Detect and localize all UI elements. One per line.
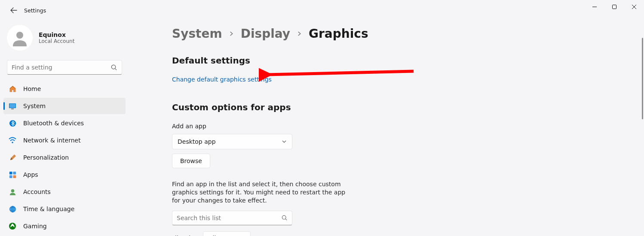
app-list-search[interactable] — [172, 211, 292, 225]
gaming-icon — [9, 222, 16, 230]
close-button[interactable] — [624, 0, 644, 14]
app-list-search-input[interactable] — [177, 215, 282, 221]
user-subtitle: Local Account — [39, 38, 74, 44]
apps-icon — [9, 171, 16, 179]
svg-point-11 — [12, 142, 13, 143]
sidebar-item-system[interactable]: System — [3, 98, 126, 114]
svg-line-6 — [115, 68, 117, 70]
sidebar-item-gaming[interactable]: Gaming — [3, 218, 126, 234]
sidebar-item-apps[interactable]: Apps — [3, 166, 126, 183]
svg-point-16 — [11, 189, 14, 192]
sidebar-item-bluetooth[interactable]: Bluetooth & devices — [3, 115, 126, 131]
filter-select[interactable]: All apps — [203, 231, 251, 236]
user-name: Equinox — [39, 31, 74, 38]
helper-text: Find an app in the list and select it, t… — [172, 180, 353, 205]
svg-line-21 — [285, 219, 287, 220]
sidebar-item-label: Apps — [23, 171, 38, 178]
content-area: System Display Graphics Default settings… — [129, 21, 644, 236]
svg-rect-12 — [9, 171, 12, 174]
sidebar-item-time[interactable]: Time & language — [3, 201, 126, 217]
sidebar-item-label: System — [23, 103, 46, 109]
svg-rect-1 — [613, 5, 616, 9]
section-title-custom: Custom options for apps — [172, 102, 627, 112]
back-arrow-icon — [10, 7, 17, 14]
maximize-icon — [612, 5, 616, 9]
avatar — [7, 25, 33, 51]
filter-row: Filter by: All apps — [172, 231, 627, 236]
section-title-default: Default settings — [172, 55, 627, 66]
browse-button[interactable]: Browse — [172, 154, 210, 168]
svg-rect-9 — [11, 109, 14, 109]
minimize-button[interactable] — [585, 0, 604, 14]
home-icon — [9, 85, 16, 93]
app-title: Settings — [24, 7, 46, 14]
network-icon — [9, 136, 16, 144]
back-button[interactable] — [5, 2, 22, 19]
breadcrumb-display[interactable]: Display — [241, 27, 290, 41]
titlebar: Settings — [0, 0, 644, 21]
sidebar-item-accounts[interactable]: Accounts — [3, 184, 126, 200]
search-icon — [282, 215, 288, 221]
add-app-label: Add an app — [172, 123, 627, 130]
chevron-down-icon — [282, 139, 287, 144]
personalization-icon — [9, 154, 16, 161]
sidebar-item-label: Network & internet — [23, 137, 81, 144]
svg-rect-13 — [13, 171, 16, 174]
avatar-icon — [11, 29, 28, 46]
time-icon — [9, 205, 16, 213]
sidebar-item-label: Home — [23, 85, 41, 92]
bluetooth-icon — [9, 119, 16, 127]
sidebar-item-label: Gaming — [23, 223, 47, 230]
search-input[interactable] — [12, 64, 111, 71]
select-value: Desktop app — [178, 138, 216, 145]
sidebar-item-personalization[interactable]: Personalization — [3, 149, 126, 166]
minimize-icon — [592, 5, 597, 9]
sidebar-item-label: Personalization — [23, 154, 69, 161]
app-type-select[interactable]: Desktop app — [172, 134, 292, 149]
user-card[interactable]: Equinox Local Account — [3, 23, 126, 57]
scrollbar — [642, 21, 643, 236]
close-icon — [632, 5, 636, 9]
svg-point-4 — [16, 32, 23, 39]
sidebar-item-label: Bluetooth & devices — [23, 120, 84, 127]
sidebar-item-label: Time & language — [23, 206, 74, 212]
chevron-right-icon — [297, 31, 302, 36]
sidebar-item-label: Accounts — [23, 188, 51, 195]
svg-rect-15 — [13, 175, 16, 178]
breadcrumb-system[interactable]: System — [172, 27, 222, 41]
search-icon — [111, 64, 117, 71]
sidebar-search[interactable] — [7, 60, 122, 75]
change-default-graphics-link[interactable]: Change default graphics settings — [172, 76, 272, 83]
breadcrumb: System Display Graphics — [172, 27, 627, 41]
sidebar-item-home[interactable]: Home — [3, 81, 126, 97]
window-controls — [585, 0, 644, 14]
sidebar: Equinox Local Account Home System Blueto… — [0, 21, 129, 236]
chevron-right-icon — [229, 31, 234, 36]
sidebar-item-network[interactable]: Network & internet — [3, 132, 126, 148]
system-icon — [9, 102, 16, 110]
svg-rect-8 — [9, 104, 15, 108]
scrollbar-thumb[interactable] — [642, 38, 643, 119]
svg-point-5 — [111, 65, 115, 69]
accounts-icon — [9, 188, 16, 196]
svg-point-20 — [282, 215, 286, 219]
maximize-button[interactable] — [604, 0, 624, 14]
breadcrumb-graphics: Graphics — [309, 27, 368, 41]
svg-rect-14 — [9, 175, 12, 178]
